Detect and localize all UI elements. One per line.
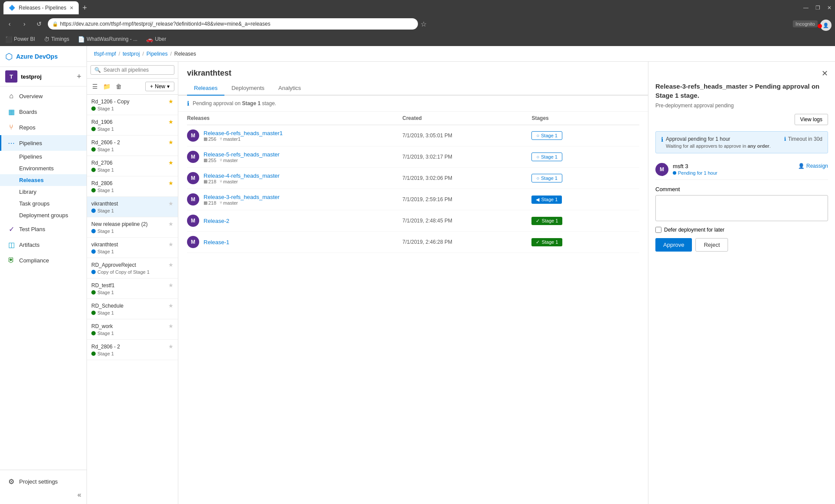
breadcrumb-current: Releases (174, 51, 196, 57)
pipeline-list-item[interactable]: Rd_1906 ★ Stage 1 (87, 115, 178, 136)
bookmark-timings[interactable]: ⏱ Timings (42, 35, 71, 43)
search-input[interactable] (104, 67, 170, 73)
pipeline-list-item[interactable]: Rd_2806 - 2 ★ Stage 1 (87, 340, 178, 360)
pipeline-list-item[interactable]: Rd_2606 - 2 ★ Stage 1 (87, 136, 178, 156)
tab-releases[interactable]: Releases (187, 81, 224, 96)
list-view-button[interactable]: ☰ (90, 81, 100, 92)
approve-button[interactable]: Approve (655, 238, 692, 252)
close-window-button[interactable]: ✕ (827, 5, 832, 11)
search-box[interactable]: 🔍 (90, 65, 174, 75)
star-icon[interactable]: ★ (168, 180, 174, 186)
sidebar-item-task-groups[interactable]: Task groups (0, 198, 87, 209)
pipeline-list-item[interactable]: RD_ApproveReject ★ Copy of Copy of Stage… (87, 258, 178, 279)
pipeline-list-item[interactable]: RD_testf1 ★ Stage 1 (87, 279, 178, 299)
reload-button[interactable]: ↺ (33, 18, 45, 30)
star-icon[interactable]: ★ (168, 262, 174, 268)
view-logs-button[interactable]: View logs (795, 114, 828, 125)
stage-badge[interactable]: ✓Stage 1 (531, 238, 562, 246)
browser-tab[interactable]: 🔷 Releases - Pipelines ✕ (3, 1, 79, 14)
defer-checkbox[interactable] (655, 227, 661, 233)
sidebar-item-pipelines[interactable]: ⋯ Pipelines (0, 135, 87, 151)
star-icon[interactable]: ★ (168, 241, 174, 248)
release-link[interactable]: Release-5-refs_heads_master (204, 151, 280, 158)
star-icon[interactable]: ★ (168, 119, 174, 125)
release-link[interactable]: Release-6-refs_heads_master1 (204, 130, 283, 136)
pipeline-list-item[interactable]: New release pipeline (2) ★ Stage 1 (87, 217, 178, 238)
star-icon[interactable]: ★ (168, 343, 174, 350)
release-link[interactable]: Release-4-refs_heads_master (204, 172, 280, 179)
pipeline-list-item[interactable]: RD_Schedule ★ Stage 1 (87, 299, 178, 319)
add-project-button[interactable]: + (77, 73, 81, 80)
sidebar-item-environments[interactable]: Environments (0, 162, 87, 174)
pipeline-list-item[interactable]: RD_work ★ Stage 1 (87, 319, 178, 340)
address-bar[interactable]: 🔒 https://dev.azure.com/tfspf-rmpf/testp… (48, 18, 418, 30)
stage-badge[interactable]: ◀Stage 1 (531, 196, 562, 204)
star-icon[interactable]: ★ (168, 302, 174, 309)
pipeline-list-item[interactable]: Rd_1206 - Copy ★ Stage 1 (87, 95, 178, 115)
breadcrumb-org[interactable]: tfspf-rmpf (94, 51, 116, 57)
sidebar-item-compliance[interactable]: ⛨ Compliance (0, 252, 87, 268)
star-icon[interactable]: ★ (168, 139, 174, 146)
search-icon: 🔍 (94, 67, 101, 73)
release-link[interactable]: Release-1 (204, 239, 229, 245)
star-icon[interactable]: ★ (168, 221, 174, 227)
bookmark-powerbi[interactable]: ⬛ Power BI (3, 35, 37, 43)
sidebar-item-library[interactable]: Library (0, 186, 87, 198)
new-pipeline-button[interactable]: + New ▾ (145, 82, 174, 91)
release-row[interactable]: M Release-4-refs_heads_master ▦218 ⑂mast… (187, 168, 639, 189)
release-row[interactable]: M Release-5-refs_heads_master ▦255 ⑂mast… (187, 146, 639, 168)
sidebar-item-deployment-groups[interactable]: Deployment groups (0, 209, 87, 221)
pipeline-list-item[interactable]: vikranthtest ★ Stage 1 (87, 238, 178, 258)
release-link[interactable]: Release-2 (204, 218, 229, 224)
bookmark-whatwasrunning[interactable]: 📄 WhatWasRunning - ... (76, 35, 139, 43)
reject-button[interactable]: Reject (695, 238, 728, 252)
new-tab-button[interactable]: + (82, 3, 87, 13)
breadcrumb-project[interactable]: testproj (123, 51, 140, 57)
sidebar-collapse-button[interactable]: « (0, 489, 87, 501)
close-panel-button[interactable]: ✕ (822, 69, 828, 78)
project-name[interactable]: testproj (21, 73, 42, 80)
star-icon[interactable]: ★ (168, 159, 174, 166)
stage-badge[interactable]: ○Stage 1 (531, 131, 562, 140)
pipeline-list-item[interactable]: vikranthtest ★ Stage 1 (87, 197, 178, 217)
release-row[interactable]: M Release-1 7/1/2019, 2:46:28 PM ✓Stage … (187, 232, 639, 253)
stage-badge[interactable]: ○Stage 1 (531, 153, 562, 161)
bookmark-uber[interactable]: 🚗 Uber (144, 35, 168, 43)
pipeline-list-item[interactable]: Rd_2806 ★ Stage 1 (87, 176, 178, 197)
tab-analytics[interactable]: Analytics (271, 81, 308, 96)
check-icon: ✓ (536, 239, 540, 245)
sidebar-item-testplans[interactable]: ✓ Test Plans (0, 221, 87, 237)
stage-badge[interactable]: ○Stage 1 (531, 174, 562, 182)
comment-textarea[interactable] (655, 195, 828, 221)
minimize-button[interactable]: — (803, 5, 808, 11)
sidebar-item-releases[interactable]: Releases (0, 174, 87, 186)
sidebar-item-overview[interactable]: ⌂ Overview (0, 88, 87, 104)
sidebar-item-project-settings[interactable]: ⚙ Project settings (0, 474, 87, 489)
star-icon[interactable]: ★ (168, 323, 174, 329)
sidebar-item-boards[interactable]: ▦ Boards (0, 104, 87, 119)
approver-info: msft 3 Pending for 1 hour (673, 163, 794, 176)
stage-label: Stage 1 (97, 229, 114, 234)
sidebar-item-artifacts[interactable]: ◫ Artifacts (0, 237, 87, 252)
folder-button[interactable]: 📁 (101, 81, 112, 92)
reassign-button[interactable]: 👤 Reassign (798, 163, 828, 169)
star-icon[interactable]: ★ (168, 98, 174, 105)
release-row[interactable]: M Release-3-refs_heads_master ▦218 ⑂mast… (187, 189, 639, 210)
star-icon[interactable]: ★ (168, 200, 174, 207)
release-row[interactable]: M Release-2 7/1/2019, 2:48:45 PM ✓Stage … (187, 210, 639, 232)
breadcrumb-pipelines[interactable]: Pipelines (147, 51, 168, 57)
tab-deployments[interactable]: Deployments (224, 81, 271, 96)
sidebar-item-repos[interactable]: ⑂ Repos (0, 119, 87, 135)
release-link[interactable]: Release-3-refs_heads_master (204, 194, 280, 200)
pipeline-list-item[interactable]: Rd_2706 ★ Stage 1 (87, 156, 178, 176)
star-icon[interactable]: ★ (168, 282, 174, 288)
back-button[interactable]: ‹ (3, 18, 16, 30)
stage-badge[interactable]: ✓Stage 1 (531, 217, 562, 225)
restore-button[interactable]: ❐ (815, 5, 820, 11)
delete-button[interactable]: 🗑 (114, 81, 124, 92)
release-row[interactable]: M Release-6-refs_heads_master1 ▦256 ⑂mas… (187, 125, 639, 146)
tab-close-button[interactable]: ✕ (70, 5, 73, 11)
forward-button[interactable]: › (18, 18, 30, 30)
bookmark-icon[interactable]: ☆ (421, 20, 427, 28)
sidebar-item-pipelines-sub[interactable]: Pipelines (0, 151, 87, 162)
